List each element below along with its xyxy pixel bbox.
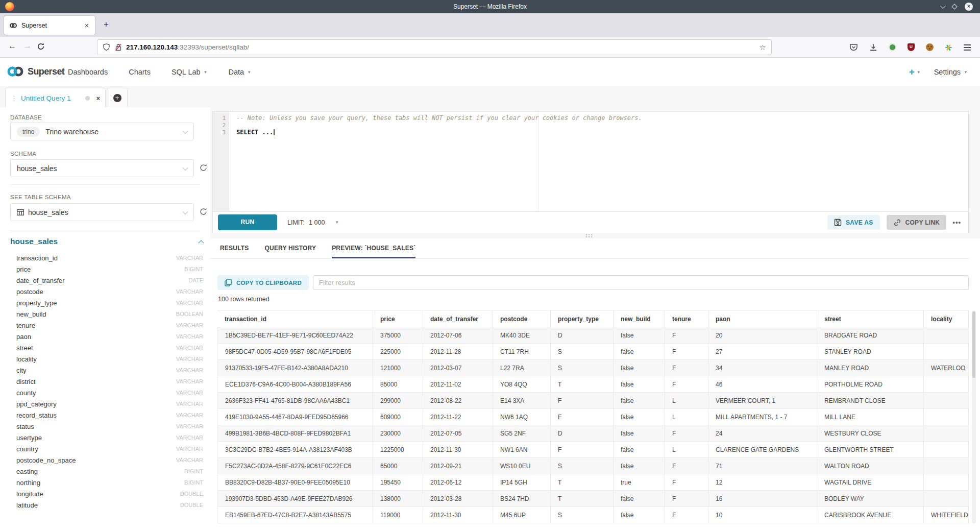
nav-item[interactable]: Charts▼ bbox=[129, 68, 151, 76]
table-row[interactable]: 1B5C39ED-BE7F-41EF-9E71-9C60EED74A223750… bbox=[217, 327, 969, 344]
table-scrollbar[interactable] bbox=[972, 310, 976, 523]
limit-value[interactable]: 1 000 bbox=[309, 219, 325, 226]
column-row[interactable]: latitude DOUBLE bbox=[0, 499, 210, 511]
sql-editor-area[interactable]: 1 -- Note: Unless you save your query, t… bbox=[213, 112, 968, 211]
query-tab[interactable]: ⋮ Untitled Query 1 × bbox=[5, 88, 106, 108]
database-select[interactable]: trino Trino warehouse bbox=[10, 123, 194, 140]
drag-handle-icon[interactable]: ⋮ bbox=[11, 94, 17, 102]
table-row[interactable]: 3C3C29DC-B7B2-4BE5-914A-A38123AF403B1225… bbox=[217, 442, 969, 458]
bookmark-star-icon[interactable]: ☆ bbox=[760, 43, 766, 52]
column-header[interactable]: paon bbox=[708, 310, 817, 327]
column-row[interactable]: longitude DOUBLE bbox=[0, 488, 210, 499]
column-row[interactable]: district VARCHAR bbox=[0, 376, 210, 387]
browser-tab-close-icon[interactable]: × bbox=[84, 21, 90, 30]
table-row[interactable]: 2636F323-FF41-4765-81DB-98CAA6A43BC12990… bbox=[217, 393, 969, 409]
table-row[interactable]: 499B1981-3B6B-4BCD-808F-9FED9802BFA12300… bbox=[217, 425, 969, 442]
column-row[interactable]: street VARCHAR bbox=[0, 342, 210, 353]
forward-button[interactable]: → bbox=[23, 41, 32, 51]
column-row[interactable]: city VARCHAR bbox=[0, 365, 210, 376]
column-row[interactable]: price BIGINT bbox=[0, 263, 210, 275]
copy-link-button[interactable]: COPY LINK bbox=[887, 215, 947, 230]
column-header[interactable]: locality bbox=[924, 310, 969, 327]
schema-select[interactable]: house_sales bbox=[10, 159, 194, 177]
column-row[interactable]: county VARCHAR bbox=[0, 387, 210, 398]
column-row[interactable]: transaction_id VARCHAR bbox=[0, 252, 210, 263]
column-header[interactable]: tenure bbox=[665, 310, 708, 327]
run-button[interactable]: RUN bbox=[218, 214, 277, 230]
column-name: postcode bbox=[16, 288, 176, 296]
window-minimize-icon[interactable] bbox=[940, 3, 946, 9]
new-tab-button[interactable]: + bbox=[100, 19, 112, 30]
copy-to-clipboard-button[interactable]: COPY TO CLIPBOARD bbox=[217, 275, 309, 290]
shield-icon[interactable] bbox=[103, 43, 110, 52]
superset-logo[interactable]: Superset bbox=[6, 65, 64, 78]
column-row[interactable]: status VARCHAR bbox=[0, 421, 210, 432]
table-row[interactable]: F5C273AC-0D2A-458F-8279-9C61F0C22EC66500… bbox=[217, 458, 969, 474]
table-row[interactable]: 98F5DC47-0D05-4D59-95B7-98CA6F1FDE052250… bbox=[217, 344, 969, 360]
column-row[interactable]: postcode_no_space VARCHAR bbox=[0, 454, 210, 466]
column-header[interactable]: transaction_id bbox=[217, 310, 373, 327]
table-row[interactable]: ECE1D376-C9A6-4C00-B004-A380B189FA568500… bbox=[217, 376, 969, 393]
query-tab-close-icon[interactable]: × bbox=[96, 94, 100, 102]
nav-item[interactable]: Dashboards▼ bbox=[68, 68, 108, 76]
settings-menu[interactable]: Settings▼ bbox=[934, 68, 968, 76]
table-row[interactable]: EB1459EB-67ED-47C8-B2E7-A38143AB55751190… bbox=[217, 507, 969, 523]
pocket-icon[interactable] bbox=[849, 43, 858, 52]
cookie-extension-icon[interactable] bbox=[926, 43, 934, 51]
column-row[interactable]: country VARCHAR bbox=[0, 443, 210, 454]
column-row[interactable]: new_build BOOLEAN bbox=[0, 308, 210, 320]
nav-item[interactable]: SQL Lab▼ bbox=[172, 68, 208, 76]
column-header[interactable]: street bbox=[817, 310, 924, 327]
query-tab-title[interactable]: Untitled Query 1 bbox=[21, 94, 85, 102]
extension-icon[interactable] bbox=[889, 43, 896, 51]
column-header[interactable]: new_build bbox=[614, 310, 665, 327]
column-row[interactable]: tenure VARCHAR bbox=[0, 320, 210, 331]
table-row[interactable]: 193907D3-5DBD-453D-A49E-9FEE27DAB9261380… bbox=[217, 491, 969, 507]
column-row[interactable]: usertype VARCHAR bbox=[0, 432, 210, 443]
column-row[interactable]: northing BIGINT bbox=[0, 477, 210, 488]
column-row[interactable]: easting BIGINT bbox=[0, 466, 210, 477]
table-select[interactable]: house_sales bbox=[10, 203, 194, 221]
save-as-button[interactable]: SAVE AS bbox=[827, 215, 879, 230]
table-row[interactable]: 91370533-19F5-47FE-B142-A380A8ADA2101210… bbox=[217, 360, 969, 376]
column-type: BIGINT bbox=[184, 479, 203, 486]
column-header[interactable]: date_of_transfer bbox=[423, 310, 493, 327]
column-header[interactable]: property_type bbox=[551, 310, 614, 327]
lock-insecure-icon[interactable] bbox=[115, 43, 122, 52]
pane-resize-handle[interactable]: •••••• bbox=[579, 234, 600, 238]
window-maximize-icon[interactable] bbox=[951, 4, 957, 9]
column-row[interactable]: locality VARCHAR bbox=[0, 353, 210, 365]
column-header[interactable]: postcode bbox=[493, 310, 551, 327]
extension-asterisk-icon[interactable] bbox=[945, 43, 952, 51]
chevron-up-icon[interactable] bbox=[198, 240, 204, 246]
refresh-schema-icon[interactable] bbox=[199, 163, 208, 173]
new-query-tab-button[interactable]: + bbox=[107, 88, 128, 108]
column-row[interactable]: date_of_transfer DATE bbox=[0, 275, 210, 286]
window-close-icon[interactable]: × bbox=[965, 3, 973, 11]
url-bar[interactable]: 217.160.120.143:32393/superset/sqllab/ ☆ bbox=[97, 39, 772, 55]
more-options-button[interactable]: ••• bbox=[952, 219, 961, 226]
caret-down-icon[interactable]: ▼ bbox=[335, 220, 339, 225]
column-row[interactable]: property_type VARCHAR bbox=[0, 297, 210, 308]
column-row[interactable]: ppd_category VARCHAR bbox=[0, 398, 210, 409]
download-icon[interactable] bbox=[869, 43, 877, 52]
refresh-table-icon[interactable] bbox=[199, 207, 208, 216]
add-new-button[interactable]: +▼ bbox=[909, 66, 921, 78]
table-row[interactable]: 419E1030-9A55-4467-8DA9-9FED95D659666090… bbox=[217, 409, 969, 425]
results-tab[interactable]: RESULTS bbox=[220, 238, 249, 258]
filter-results-input[interactable] bbox=[313, 275, 969, 290]
results-tab[interactable]: QUERY HISTORY bbox=[265, 238, 316, 258]
column-row[interactable]: paon VARCHAR bbox=[0, 331, 210, 342]
browser-tab[interactable]: Superset × bbox=[4, 16, 95, 35]
back-button[interactable]: ← bbox=[8, 41, 16, 51]
nav-item[interactable]: Data▼ bbox=[229, 68, 252, 76]
column-row[interactable]: record_status VARCHAR bbox=[0, 409, 210, 421]
column-row[interactable]: postcode VARCHAR bbox=[0, 286, 210, 297]
table-row[interactable]: BB8320C9-D82B-4B37-90E0-9FEE05095E101954… bbox=[217, 474, 969, 491]
column-header[interactable]: price bbox=[373, 310, 423, 327]
results-tab[interactable]: PREVIEW: `HOUSE_SALES` bbox=[332, 238, 415, 258]
reload-button[interactable] bbox=[37, 42, 45, 51]
menu-icon[interactable] bbox=[964, 44, 971, 45]
ublock-icon[interactable] bbox=[908, 43, 915, 51]
table-schema-title[interactable]: house_sales bbox=[10, 237, 58, 246]
